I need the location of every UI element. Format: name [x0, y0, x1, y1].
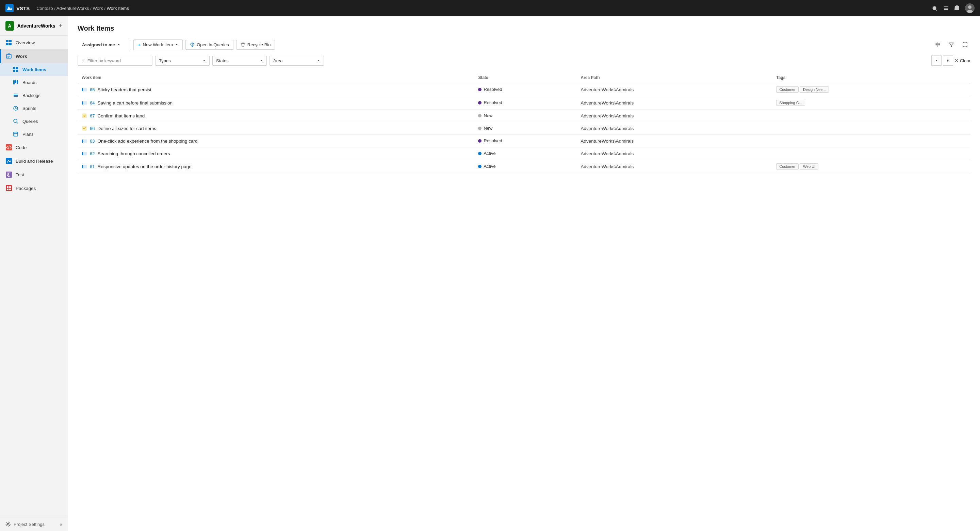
states-chevron-icon [259, 59, 263, 62]
types-dropdown[interactable]: Types [155, 56, 210, 66]
keyword-input-field[interactable] [88, 58, 149, 63]
sidebar-project: A AdventureWorks + [0, 16, 68, 36]
sidebar-item-sprints[interactable]: Sprints [0, 102, 68, 115]
breadcrumb-workitems[interactable]: Work Items [107, 6, 129, 11]
sidebar-item-packages[interactable]: Packages [0, 182, 68, 195]
svg-rect-7 [6, 40, 8, 42]
test-icon [5, 171, 12, 178]
sidebar-item-work[interactable]: Work [0, 49, 68, 63]
state-label: Resolved [484, 138, 502, 143]
sidebar-item-overview-label: Overview [16, 40, 35, 45]
svg-point-5 [968, 5, 972, 9]
svg-rect-20 [14, 95, 18, 96]
sidebar-item-packages-label: Packages [16, 186, 36, 191]
work-item-title[interactable]: Sticky headers that persist [97, 87, 151, 92]
work-item-title[interactable]: Searching through cancelled orders [97, 151, 170, 156]
open-in-queries-icon [190, 42, 195, 47]
cell-area-path-67: AdventureWorks\Admirals [577, 110, 772, 122]
clear-filter-button[interactable]: Clear [955, 58, 970, 63]
nav-next-button[interactable] [943, 56, 953, 66]
table-row[interactable]: 61 Responsive updates on the order histo… [78, 160, 970, 173]
sidebar-item-boards-label: Boards [22, 80, 37, 85]
work-icon [5, 53, 12, 59]
breadcrumb-adventureworks[interactable]: AdventureWorks [56, 6, 89, 11]
table-row[interactable]: 66 Define all sizes for cart items New A… [78, 122, 970, 135]
cell-area-path-65: AdventureWorks\Admirals [577, 83, 772, 96]
work-item-id[interactable]: 62 [90, 151, 95, 156]
work-item-title[interactable]: One-click add experience from the shoppi… [97, 139, 197, 144]
nav-prev-button[interactable] [931, 56, 942, 66]
chevron-left-icon [935, 59, 938, 62]
sidebar-item-code[interactable]: Code [0, 140, 68, 154]
state-dot-indicator [478, 114, 482, 118]
column-options-button[interactable] [932, 39, 943, 50]
sidebar-item-test[interactable]: Test [0, 168, 68, 182]
sidebar-item-build-release-label: Build and Release [16, 159, 53, 164]
svg-rect-28 [6, 185, 12, 191]
new-work-item-label: New Work Item [143, 42, 173, 47]
table-row[interactable]: 62 Searching through cancelled orders Ac… [78, 147, 970, 160]
list-icon[interactable] [943, 5, 949, 11]
work-item-id[interactable]: 65 [90, 87, 95, 92]
work-item-id[interactable]: 64 [90, 100, 95, 105]
area-path-value: AdventureWorks\Admirals [581, 126, 634, 131]
state-badge: New [478, 113, 492, 118]
sidebar-item-boards[interactable]: Boards [0, 76, 68, 89]
states-dropdown[interactable]: States [212, 56, 267, 66]
assigned-to-me-button[interactable]: Assigned to me [78, 40, 125, 50]
breadcrumb-work[interactable]: Work [92, 6, 103, 11]
work-item-id[interactable]: 67 [90, 113, 95, 118]
work-item-id[interactable]: 61 [90, 164, 95, 169]
state-label: Resolved [484, 100, 502, 105]
sidebar-item-backlogs[interactable]: Backlogs [0, 89, 68, 102]
sidebar-item-work-label: Work [16, 54, 27, 59]
area-dropdown[interactable]: Area [269, 56, 324, 66]
cell-state-67: New [474, 110, 576, 122]
sidebar-item-overview[interactable]: Overview [0, 36, 68, 49]
work-item-title[interactable]: Saving a cart before final submission [97, 100, 172, 105]
work-item-id[interactable]: 66 [90, 126, 95, 131]
svg-rect-29 [7, 186, 8, 188]
table-row[interactable]: 67 Confirm that items land New Adventure… [78, 110, 970, 122]
breadcrumb-contoso[interactable]: Contoso [37, 6, 53, 11]
avatar[interactable] [965, 3, 975, 13]
table-row[interactable]: 65 Sticky headers that persist Resolved … [78, 83, 970, 96]
work-item-title[interactable]: Responsive updates on the order history … [97, 164, 191, 169]
recycle-bin-icon [240, 42, 245, 47]
sidebar-item-build-release[interactable]: Build and Release [0, 154, 68, 168]
table-row[interactable]: 64 Saving a cart before final submission… [78, 96, 970, 110]
cell-area-path-62: AdventureWorks\Admirals [577, 147, 772, 160]
tag: Shopping C... [776, 100, 805, 106]
cell-tags-64: Shopping C... [772, 96, 970, 110]
cell-state-61: Active [474, 160, 576, 173]
shopping-bag-icon[interactable] [954, 5, 959, 11]
types-label: Types [159, 58, 200, 63]
sidebar-item-plans[interactable]: Plans [0, 128, 68, 140]
keyword-filter-input[interactable] [78, 56, 153, 66]
search-icon[interactable] [932, 5, 938, 11]
svg-rect-12 [13, 67, 15, 69]
add-project-button[interactable]: + [59, 22, 62, 30]
sidebar-item-work-items[interactable]: Work Items [0, 63, 68, 76]
work-item-id[interactable]: 63 [90, 139, 95, 144]
sidebar-footer[interactable]: Project Settings « [0, 517, 68, 531]
table-row[interactable]: 63 One-click add experience from the sho… [78, 135, 970, 147]
recycle-bin-button[interactable]: Recycle Bin [236, 40, 275, 50]
new-work-item-button[interactable]: + New Work Item [134, 40, 183, 50]
state-label: New [484, 113, 492, 118]
state-dot-indicator [478, 88, 482, 91]
collapse-icon[interactable]: « [60, 521, 62, 527]
cell-work-item-63: 63 One-click add experience from the sho… [78, 135, 474, 147]
sidebar-item-queries[interactable]: Queries [0, 115, 68, 128]
app-logo[interactable]: VSTS [5, 4, 30, 12]
open-in-queries-label: Open in Queries [197, 42, 229, 47]
sidebar-nav: Overview Work [0, 36, 68, 517]
work-item-title[interactable]: Confirm that items land [97, 113, 145, 118]
work-item-title[interactable]: Define all sizes for cart items [97, 126, 156, 131]
work-items-body: 65 Sticky headers that persist Resolved … [78, 83, 970, 173]
filter-button[interactable] [946, 39, 957, 50]
fullscreen-button[interactable] [959, 39, 970, 50]
cell-state-65: Resolved [474, 83, 576, 96]
svg-rect-2 [944, 8, 948, 8]
open-in-queries-button[interactable]: Open in Queries [185, 40, 234, 50]
